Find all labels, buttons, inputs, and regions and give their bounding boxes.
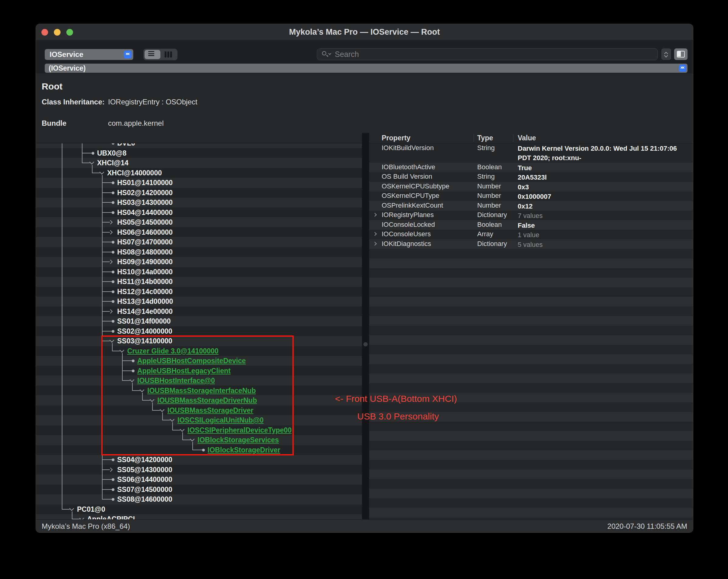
tree-node-label[interactable]: SS01@14f00000 <box>117 316 171 326</box>
chevron-down-icon[interactable] <box>180 427 185 432</box>
property-row-IOConsoleLocked[interactable]: IOConsoleLockedBooleanFalse <box>369 220 693 230</box>
tree-node-label[interactable]: HS14@14e00000 <box>117 306 173 317</box>
property-row-IOKitDiagnostics[interactable]: IOKitDiagnosticsDictionary5 values <box>369 239 693 249</box>
tree-node-link[interactable]: AppleUSBHostLegacyClient <box>137 366 231 376</box>
tree-node-label[interactable]: SS03@14100000 <box>117 336 172 346</box>
tree-row-HS06-14600000[interactable]: HS06@14600000 <box>36 227 362 237</box>
tree-row-SS01-14f00000[interactable]: SS01@14f00000 <box>36 316 362 326</box>
tree-row-XHCI-14[interactable]: XHCI@14 <box>36 158 362 168</box>
chevron-down-icon[interactable] <box>120 348 125 353</box>
tree-row-SS08-14600000[interactable]: SS08@14600000 <box>36 494 362 504</box>
property-row-IOConsoleUsers[interactable]: IOConsoleUsersArray1 value <box>369 230 693 240</box>
tree-row-HS13-14d00000[interactable]: HS13@14d00000 <box>36 297 362 306</box>
chevron-down-icon[interactable] <box>70 506 74 511</box>
tree-row-AppleACPIPCI[interactable]: AppleACPIPCI <box>36 514 362 519</box>
property-row-IOBluetoothActive[interactable]: IOBluetoothActiveBooleanTrue <box>369 162 693 172</box>
tree-row-Cruzer-Glide-3-0-14100000[interactable]: Cruzer Glide 3.0@14100000 <box>36 346 362 356</box>
tree-row-SS03-14100000[interactable]: SS03@14100000 <box>36 336 362 346</box>
tree-row-PC01-0[interactable]: PC01@0 <box>36 504 362 514</box>
tree-node-link[interactable]: IOUSBMassStorageDriverNub <box>157 396 257 405</box>
tree-node-label[interactable]: DVL0 <box>117 143 135 148</box>
chevron-right-icon[interactable] <box>108 309 112 313</box>
tree-node-link[interactable]: IOBlockStorageServices <box>198 435 279 445</box>
tree-row-SS07-14500000[interactable]: SS07@14500000 <box>36 485 362 495</box>
tree-node-label[interactable]: PC01@0 <box>77 504 105 514</box>
column-header-property[interactable]: Property <box>382 133 411 143</box>
column-header-value[interactable]: Value <box>518 133 536 143</box>
tree-row-IOBlockStorageServices[interactable]: IOBlockStorageServices <box>36 435 362 445</box>
tree-row-HS14-14e00000[interactable]: HS14@14e00000 <box>36 306 362 317</box>
tree-row-IOUSBMassStorageDriver[interactable]: IOUSBMassStorageDriver <box>36 405 362 416</box>
tree-row-HS11-14b00000[interactable]: HS11@14b00000 <box>36 277 362 287</box>
column-view-icon[interactable] <box>165 51 174 57</box>
tree-row-HS05-14500000[interactable]: HS05@14500000 <box>36 217 362 227</box>
column-separator[interactable] <box>513 134 514 142</box>
plane-path-bar[interactable]: (IOService) <box>45 64 687 73</box>
property-row-OSKernelCPUSubtype[interactable]: OSKernelCPUSubtypeNumber0x3 <box>369 182 693 192</box>
tree-row-DVL0[interactable]: DVL0 <box>36 143 362 148</box>
tree-row-AppleUSBHostLegacyClient[interactable]: AppleUSBHostLegacyClient <box>36 366 362 376</box>
tree-node-label[interactable]: HS12@14c00000 <box>117 287 173 297</box>
tree-node-label[interactable]: HS08@14800000 <box>117 247 173 257</box>
column-separator[interactable] <box>473 134 474 142</box>
tree-node-link[interactable]: IOSCSIPeripheralDeviceType00 <box>187 425 291 435</box>
chevron-down-icon[interactable] <box>190 437 195 442</box>
tree-row-HS07-14700000[interactable]: HS07@14700000 <box>36 237 362 247</box>
chevron-right-icon[interactable] <box>108 220 112 224</box>
tree-row-IOUSBMassStorageDriverNub[interactable]: IOUSBMassStorageDriverNub <box>36 396 362 405</box>
tree-row-HS02-14200000[interactable]: HS02@14200000 <box>36 188 362 198</box>
tree-node-link[interactable]: IOBlockStorageDriver <box>208 445 280 455</box>
tree-node-label[interactable]: HS06@14600000 <box>117 227 173 237</box>
tree-node-link[interactable]: AppleUSBHostCompositeDevice <box>137 356 246 366</box>
tree-node-label[interactable]: SS02@14000000 <box>117 326 172 336</box>
tree-node-link[interactable]: IOSCSILogicalUnitNub@0 <box>177 415 264 425</box>
tree-row-AppleUSBHostCompositeDevice[interactable]: AppleUSBHostCompositeDevice <box>36 356 362 366</box>
disclosure-chevron-icon[interactable] <box>373 213 377 217</box>
tree-node-link[interactable]: IOUSBHostInterface@0 <box>137 376 215 386</box>
disclosure-chevron-icon[interactable] <box>373 242 377 246</box>
tree-node-label[interactable]: HS13@14d00000 <box>117 297 173 306</box>
chevron-right-icon[interactable] <box>108 467 112 472</box>
tree-node-label[interactable]: HS05@14500000 <box>117 217 173 227</box>
tree-row-SS04-14200000[interactable]: SS04@14200000 <box>36 455 362 465</box>
column-header-type[interactable]: Type <box>477 133 493 143</box>
pane-divider[interactable] <box>362 133 369 519</box>
chevron-down-icon[interactable] <box>89 160 94 165</box>
tree-node-label[interactable]: SS05@14300000 <box>117 465 172 475</box>
tree-row-SS06-14400000[interactable]: SS06@14400000 <box>36 475 362 485</box>
tree-node-label[interactable]: HS04@14400000 <box>117 208 173 218</box>
disclosure-chevron-icon[interactable] <box>373 232 377 236</box>
view-mode-segmented-control[interactable] <box>144 49 177 60</box>
tree-node-label[interactable]: SS07@14500000 <box>117 485 172 495</box>
search-scope-chevron-icon[interactable] <box>329 52 332 55</box>
chevron-down-icon[interactable] <box>170 417 175 422</box>
chevron-right-icon[interactable] <box>108 260 112 264</box>
tree-node-label[interactable]: XHCI@14 <box>97 158 128 168</box>
tree-node-link[interactable]: Cruzer Glide 3.0@14100000 <box>127 346 218 356</box>
tree-node-label[interactable]: UBX0@8 <box>97 148 127 158</box>
chevron-down-icon[interactable] <box>130 377 134 382</box>
chevron-down-icon[interactable] <box>140 387 145 392</box>
tree-node-label[interactable]: HS10@14a00000 <box>117 267 173 277</box>
property-row-OSKernelCPUType[interactable]: OSKernelCPUTypeNumber0x1000007 <box>369 192 693 201</box>
tree-node-label[interactable]: HS11@14b00000 <box>117 277 173 287</box>
search-field[interactable]: Search <box>317 48 658 60</box>
tree-row-HS10-14a00000[interactable]: HS10@14a00000 <box>36 267 362 277</box>
tree-node-link[interactable]: IOUSBMassStorageDriver <box>167 405 254 416</box>
tree-row-IOUSBMassStorageInterfaceNub[interactable]: IOUSBMassStorageInterfaceNub <box>36 386 362 396</box>
chevron-down-icon[interactable] <box>100 170 104 174</box>
tree-node-label[interactable]: AppleACPIPCI <box>87 514 135 519</box>
property-row-IORegistryPlanes[interactable]: IORegistryPlanesDictionary7 values <box>369 211 693 220</box>
tree-row-HS09-14900000[interactable]: HS09@14900000 <box>36 257 362 267</box>
chevron-down-icon[interactable] <box>150 397 155 402</box>
tree-row-UBX0-8[interactable]: UBX0@8 <box>36 148 362 158</box>
chevron-down-icon[interactable] <box>109 338 114 343</box>
tree-row-SS02-14000000[interactable]: SS02@14000000 <box>36 326 362 336</box>
plane-selector-popup[interactable]: IOService <box>45 49 133 60</box>
tree-row-HS04-14400000[interactable]: HS04@14400000 <box>36 208 362 218</box>
tree-row-HS03-14300000[interactable]: HS03@14300000 <box>36 198 362 208</box>
tree-row-XHCI-14000000[interactable]: XHCI@14000000 <box>36 168 362 178</box>
tree-row-IOSCSILogicalUnitNub-0[interactable]: IOSCSILogicalUnitNub@0 <box>36 415 362 425</box>
property-row-OSPrelinkKextCount[interactable]: OSPrelinkKextCountNumber0x12 <box>369 201 693 211</box>
tree-row-IOBlockStorageDriver[interactable]: IOBlockStorageDriver <box>36 445 362 455</box>
